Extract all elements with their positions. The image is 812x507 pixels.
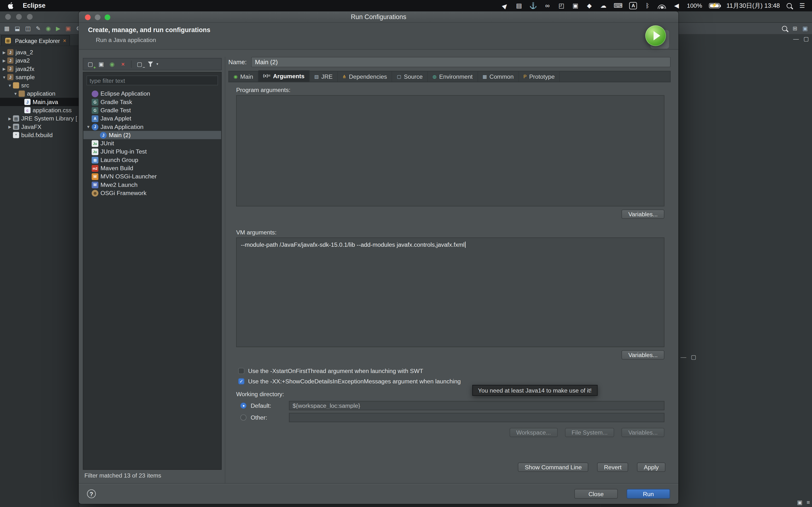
minimize-view-icon[interactable]: — [793, 36, 799, 42]
tree-item-application-css[interactable]: capplication.css [0, 106, 79, 114]
tree-item-main-java[interactable]: JMain.java [0, 98, 79, 106]
show-command-line-button[interactable]: Show Command Line [518, 463, 589, 472]
delete-config-icon[interactable]: × [119, 60, 127, 68]
checkbox-checked[interactable]: ✓ [238, 378, 245, 384]
tree-item-gradle-test[interactable]: GGradle Test [83, 106, 221, 114]
default-directory-field[interactable] [289, 401, 665, 410]
vm-arguments-textarea[interactable]: --module-path /JavaFx/javafx-sdk-15.0.1/… [236, 237, 664, 347]
active-app-name[interactable]: Eclipse [23, 2, 45, 9]
tab-arguments[interactable]: (x)=Arguments [258, 70, 310, 81]
program-variables-button[interactable]: Variables... [621, 210, 664, 219]
tree-item-build-fxbuild[interactable]: *build.fxbuild [0, 131, 79, 139]
maximize-view-icon[interactable]: ▢ [804, 36, 809, 42]
file-system-button[interactable]: File System... [565, 428, 614, 437]
tree-item-sample[interactable]: ▼Jsample [0, 73, 79, 81]
tab-environment[interactable]: ◍Environment [428, 71, 478, 82]
location-icon[interactable]: ▶ [500, 1, 510, 10]
tree-item-maven-build[interactable]: m2Maven Build [83, 164, 221, 172]
window-minimize-button[interactable] [16, 14, 22, 20]
vm-variables-button[interactable]: Variables... [621, 350, 664, 360]
run-button[interactable]: Run [627, 489, 670, 499]
annotate-icon[interactable]: ✎ [36, 25, 41, 32]
bluetooth-icon[interactable]: ᛒ [644, 3, 651, 9]
tree-item-java-application[interactable]: ▼JJava Application [83, 123, 221, 131]
java-perspective-icon[interactable]: ▣ [803, 25, 808, 32]
tab-main[interactable]: ◉Main [229, 71, 258, 82]
window-zoom-button[interactable] [27, 14, 33, 20]
help-button[interactable]: ? [87, 489, 96, 498]
volume-icon[interactable]: ◀ [673, 3, 680, 9]
maximize-view-icon[interactable]: ▢ [691, 354, 696, 360]
default-radio[interactable] [240, 402, 247, 409]
expand-arrow-icon[interactable]: ▶ [1, 58, 6, 63]
minimize-view-icon[interactable]: — [680, 354, 686, 360]
filter-config-icon[interactable] [146, 60, 154, 68]
menu-clock[interactable]: 11月30日(月) 13:48 [726, 1, 780, 10]
dialog-close-button[interactable] [85, 14, 91, 20]
tab-jre[interactable]: ▤JRE [310, 71, 338, 82]
tab-prototype[interactable]: PPrototype [519, 71, 560, 82]
battery-icon[interactable]: ⚡ [709, 3, 720, 8]
expand-arrow-icon[interactable]: ▼ [1, 75, 6, 79]
workspace-button[interactable]: Workspace... [509, 428, 558, 437]
wifi-icon[interactable] [658, 3, 666, 9]
tree-item-gradle-task[interactable]: GGradle Task [83, 98, 221, 106]
loop-icon[interactable]: ∞ [544, 3, 551, 9]
tree-item-launch-group[interactable]: ⊞Launch Group [83, 156, 221, 164]
dropbox-icon[interactable]: ◆ [586, 3, 593, 9]
input-source-icon[interactable]: A [629, 2, 637, 9]
tree-item-main-2-[interactable]: JMain (2) [83, 131, 221, 139]
tree-item-mwe2-launch[interactable]: MMwe2 Launch [83, 181, 221, 189]
expand-arrow-icon[interactable]: ▶ [7, 116, 12, 121]
search-action-icon[interactable]: ◫ [26, 25, 31, 32]
dialog-minimize-button[interactable] [95, 14, 101, 20]
progress-view-icon[interactable]: ▣ [797, 500, 802, 506]
open-perspective-icon[interactable]: ⊞ [793, 25, 797, 32]
tree-item-java-2[interactable]: ▶Jjava_2 [0, 48, 79, 56]
tree-item-mvn-osgi-launcher[interactable]: MMVN OSGi-Launcher [83, 172, 221, 181]
box-icon[interactable]: ▣ [572, 3, 579, 9]
tab-dependencies[interactable]: ⋔Dependencies [338, 71, 392, 82]
filter-input[interactable] [87, 75, 218, 86]
screenshot-icon[interactable]: ◰ [558, 3, 565, 9]
dialog-titlebar[interactable]: Run Configurations [79, 11, 678, 23]
control-center-icon[interactable]: ☰ [799, 3, 806, 9]
debug-icon[interactable]: ◉ [46, 25, 51, 32]
close-view-icon[interactable]: × [63, 38, 66, 44]
expand-arrow-icon[interactable]: ▶ [1, 66, 6, 71]
run-icon[interactable]: ▶ [56, 25, 60, 32]
name-input[interactable] [251, 57, 671, 67]
tree-item-jre-system-library-[interactable]: ▶▤JRE System Library [ [0, 114, 79, 123]
close-button[interactable]: Close [574, 489, 618, 499]
program-arguments-textarea[interactable] [236, 95, 664, 207]
docker-icon[interactable]: ⚓ [529, 3, 537, 9]
spotlight-search-icon[interactable] [786, 3, 792, 8]
expand-arrow-icon[interactable]: ▼ [7, 83, 12, 88]
cloud-icon[interactable]: ☁ [600, 3, 607, 9]
tab-common[interactable]: ▦Common [478, 71, 519, 82]
tree-item-application[interactable]: ▼application [0, 90, 79, 98]
tree-item-java2[interactable]: ▶Jjava2 [0, 56, 79, 65]
apply-button[interactable]: Apply [637, 463, 665, 472]
tab-package-explorer[interactable]: ▦ Package Explorer × [1, 35, 69, 46]
duplicate-config-icon[interactable]: ▣ [97, 60, 105, 68]
other-radio[interactable] [240, 414, 247, 420]
export-config-icon[interactable]: ◉ [108, 60, 116, 68]
status-menu-icon[interactable]: ≡ [807, 500, 810, 506]
apple-menu-icon[interactable] [7, 2, 14, 10]
keyboard-icon[interactable]: ⌨ [614, 3, 622, 9]
tree-item-osgi-framework[interactable]: ⊕OSGi Framework [83, 189, 221, 197]
expand-arrow-icon[interactable]: ▼ [13, 91, 18, 96]
save-icon[interactable]: ⬓ [15, 25, 20, 32]
tree-item-junit-plug-in-test[interactable]: JuJUnit Plug-in Test [83, 148, 221, 156]
new-wizard-icon[interactable]: ▦ [4, 25, 9, 32]
other-directory-field[interactable] [289, 413, 665, 422]
tree-item-src[interactable]: ▼src [0, 81, 79, 89]
collapse-all-icon[interactable]: ▢− [136, 60, 143, 68]
checkbox-unchecked[interactable] [238, 368, 245, 374]
tree-item-java-applet[interactable]: AJava Applet [83, 114, 221, 123]
tree-item-junit[interactable]: JuJUnit [83, 139, 221, 147]
expand-arrow-icon[interactable]: ▶ [7, 124, 12, 129]
dialog-zoom-button[interactable] [105, 14, 110, 20]
revert-button[interactable]: Revert [597, 463, 628, 472]
